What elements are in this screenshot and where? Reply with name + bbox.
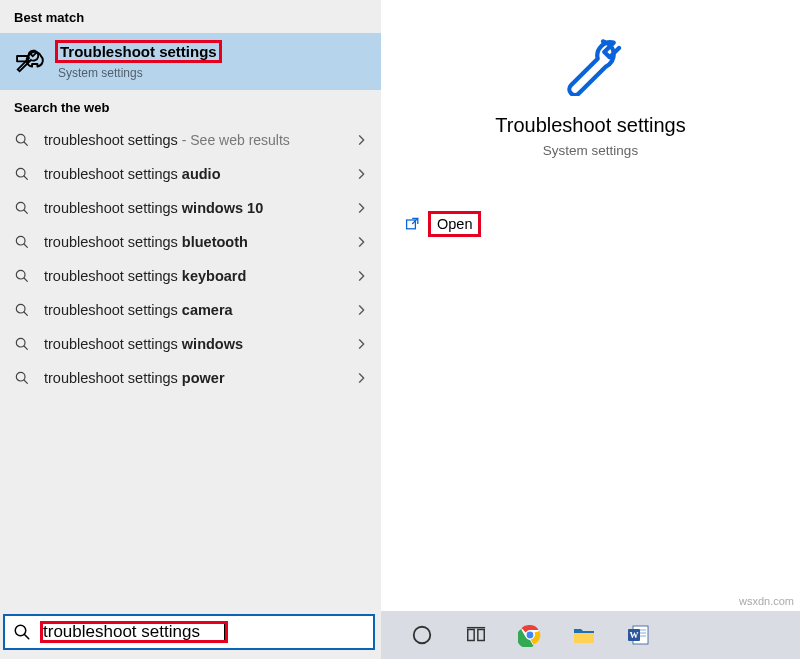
taskbar: W (381, 611, 800, 659)
search-icon (13, 623, 31, 641)
chrome-icon[interactable] (517, 622, 543, 648)
web-result-label: troubleshoot settings camera (44, 302, 343, 318)
chevron-right-icon (357, 271, 367, 281)
web-result-label: troubleshoot settings windows 10 (44, 200, 343, 216)
search-input-highlight (41, 622, 227, 642)
open-label-highlight: Open (429, 212, 480, 236)
svg-line-7 (24, 244, 27, 247)
preview-title: Troubleshoot settings (495, 114, 685, 137)
svg-point-20 (414, 627, 431, 644)
svg-line-13 (24, 346, 27, 349)
svg-line-1 (24, 142, 27, 145)
web-result-item[interactable]: troubleshoot settings windows (0, 327, 381, 361)
web-result-label: troubleshoot settings bluetooth (44, 234, 343, 250)
best-match-title-highlight: Troubleshoot settings (56, 41, 221, 62)
cortana-icon[interactable] (409, 622, 435, 648)
search-icon (14, 166, 30, 182)
chevron-right-icon (357, 203, 367, 213)
svg-line-5 (24, 210, 27, 213)
svg-text:W: W (630, 630, 639, 640)
text-caret (224, 622, 225, 642)
search-results-pane: Best match Troubleshoot settings System … (0, 0, 381, 659)
preview-actions: Open (381, 212, 800, 236)
preview-app-icon (555, 28, 627, 100)
web-result-item[interactable]: troubleshoot settings - See web results (0, 123, 381, 157)
search-icon (14, 302, 30, 318)
open-icon (405, 216, 421, 232)
search-icon (14, 336, 30, 352)
best-match-title: Troubleshoot settings (60, 43, 217, 60)
search-bar[interactable] (3, 614, 375, 650)
web-result-item[interactable]: troubleshoot settings keyboard (0, 259, 381, 293)
wrench-icon (559, 32, 623, 96)
best-match-item[interactable]: Troubleshoot settings System settings (0, 33, 381, 90)
task-view-icon[interactable] (463, 622, 489, 648)
svg-line-3 (24, 176, 27, 179)
web-result-item[interactable]: troubleshoot settings camera (0, 293, 381, 327)
best-match-text: Troubleshoot settings System settings (56, 41, 221, 80)
search-input[interactable] (43, 622, 223, 642)
search-icon (14, 268, 30, 284)
word-icon[interactable]: W (625, 622, 651, 648)
svg-rect-21 (468, 630, 474, 641)
watermark: wsxdn.com (739, 595, 794, 607)
preview-pane: Troubleshoot settings System settings Op… (381, 0, 800, 659)
web-result-item[interactable]: troubleshoot settings bluetooth (0, 225, 381, 259)
search-icon (14, 132, 30, 148)
svg-line-15 (24, 380, 27, 383)
search-icon (14, 234, 30, 250)
chevron-right-icon (357, 339, 367, 349)
wrench-icon (14, 45, 44, 75)
web-result-label: troubleshoot settings power (44, 370, 343, 386)
best-match-subtitle: System settings (56, 66, 221, 80)
open-label: Open (437, 216, 472, 232)
svg-rect-22 (478, 630, 484, 641)
chevron-right-icon (357, 373, 367, 383)
web-result-item[interactable]: troubleshoot settings windows 10 (0, 191, 381, 225)
svg-line-17 (24, 634, 29, 639)
search-icon (14, 200, 30, 216)
open-action[interactable]: Open (405, 212, 800, 236)
svg-line-9 (24, 278, 27, 281)
search-web-header: Search the web (0, 90, 381, 123)
web-result-item[interactable]: troubleshoot settings audio (0, 157, 381, 191)
web-result-label: troubleshoot settings audio (44, 166, 343, 182)
chevron-right-icon (357, 237, 367, 247)
web-result-label: troubleshoot settings windows (44, 336, 343, 352)
chevron-right-icon (357, 135, 367, 145)
web-result-label: troubleshoot settings keyboard (44, 268, 343, 284)
search-icon (14, 370, 30, 386)
preview-subtitle: System settings (543, 143, 638, 158)
web-results-list: troubleshoot settings - See web resultst… (0, 123, 381, 395)
web-result-item[interactable]: troubleshoot settings power (0, 361, 381, 395)
chevron-right-icon (357, 169, 367, 179)
web-result-label: troubleshoot settings - See web results (44, 132, 343, 148)
file-explorer-icon[interactable] (571, 622, 597, 648)
chevron-right-icon (357, 305, 367, 315)
search-bar-wrap (3, 614, 375, 650)
best-match-header: Best match (0, 0, 381, 33)
svg-line-11 (24, 312, 27, 315)
